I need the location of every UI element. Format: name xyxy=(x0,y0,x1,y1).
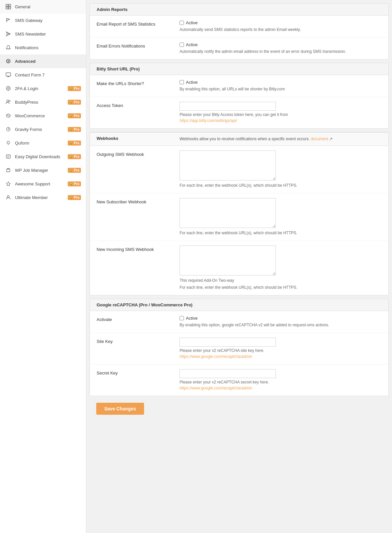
pro-badge: Pro xyxy=(68,181,81,186)
email-errors-desc: Automatically notify the admin email add… xyxy=(180,49,382,54)
email-report-row: Email Report of SMS Statistics Active Au… xyxy=(90,16,388,38)
secret-key-desc: Please enter your v2 reCAPTCHA secret ke… xyxy=(180,379,382,391)
app-layout: General SMS Gateway SMS Newsletter Notif… xyxy=(0,0,392,533)
admin-reports-section: Admin Reports Email Report of SMS Statis… xyxy=(90,3,389,59)
new-subscriber-desc: For each line, enter the webhook URL(s),… xyxy=(180,230,382,236)
sidebar-item-2fa[interactable]: 2FA & Login Pro xyxy=(0,82,86,95)
admin-reports-header: Admin Reports xyxy=(90,4,388,16)
pro-badge: Pro xyxy=(68,127,81,132)
access-token-label: Access Token xyxy=(97,102,180,108)
sidebar-item-sms-newsletter[interactable]: SMS Newsletter xyxy=(0,27,86,41)
sidebar-item-label: SMS Newsletter xyxy=(15,32,81,37)
email-report-control: Active Automatically send SMS statistics… xyxy=(180,20,382,33)
site-key-link[interactable]: https://www.google.com/recaptcha/admin xyxy=(180,354,252,359)
sidebar-item-label: Contact Form 7 xyxy=(15,72,81,77)
sidebar-item-awesome-support[interactable]: Awesome Support Pro xyxy=(0,177,86,191)
site-key-row: Site Key Please enter your v2 reCAPTCHA … xyxy=(90,333,388,365)
bell-icon xyxy=(5,44,12,51)
sidebar-item-label: Gravity Forms xyxy=(15,127,68,132)
new-subscriber-row: New Subscriber Webhook For each line, en… xyxy=(90,193,388,241)
monitor-icon xyxy=(5,71,12,78)
wp-icon xyxy=(5,85,12,92)
new-incoming-label: New Incoming SMS Webhook xyxy=(97,246,180,252)
secret-key-input[interactable] xyxy=(180,369,276,378)
sidebar-item-quform[interactable]: Quform Pro xyxy=(0,136,86,150)
sidebar-item-advanced[interactable]: Advanced xyxy=(0,54,86,68)
recaptcha-section: Google reCAPTCHA (Pro / WooCommerce Pro)… xyxy=(90,299,389,396)
svg-rect-2 xyxy=(6,7,8,9)
new-incoming-textarea[interactable] xyxy=(180,246,276,275)
activate-row: Activate Active By enabling this option,… xyxy=(90,311,388,333)
pro-badge: Pro xyxy=(68,168,81,173)
site-key-desc: Please enter your v2 reCAPTCHA site key … xyxy=(180,348,382,360)
sidebar-item-label: Awesome Support xyxy=(15,181,68,186)
settings-icon xyxy=(5,58,12,64)
site-key-control: Please enter your v2 reCAPTCHA site key … xyxy=(180,338,382,360)
svg-point-12 xyxy=(9,100,10,102)
svg-rect-18 xyxy=(7,169,10,172)
pro-badge: Pro xyxy=(68,86,81,91)
new-incoming-control: This required Add-On Two-way For each li… xyxy=(180,246,382,290)
access-token-input[interactable] xyxy=(180,102,276,111)
sidebar-item-general[interactable]: General xyxy=(0,0,86,14)
activate-control: Active By enabling this option, google r… xyxy=(180,316,382,328)
make-shorter-control: Active By enabling this option, all URLs… xyxy=(180,80,382,92)
svg-point-6 xyxy=(8,60,9,62)
email-errors-label: Email Errors Notifications xyxy=(97,42,180,49)
sidebar-item-sms-gateway[interactable]: SMS Gateway xyxy=(0,14,86,27)
grid-icon xyxy=(5,3,12,10)
wpjob-icon xyxy=(5,167,12,173)
make-shorter-desc: By enabling this option, all URLs will b… xyxy=(180,86,382,92)
gravity-icon xyxy=(5,126,12,133)
new-subscriber-label: New Subscriber Webhook xyxy=(97,198,180,204)
sidebar-item-label: General xyxy=(15,4,81,9)
sidebar-item-wp-job[interactable]: WP Job Manager Pro xyxy=(0,163,86,177)
make-shorter-checkbox[interactable] xyxy=(180,80,184,84)
save-changes-button[interactable]: Save Changes xyxy=(96,403,144,415)
bitly-header: Bitly Short URL (Pro) xyxy=(90,63,388,75)
new-incoming-desc1: This required Add-On Two-way xyxy=(180,277,382,283)
svg-rect-7 xyxy=(6,73,11,76)
email-errors-checkbox[interactable] xyxy=(180,43,184,47)
site-key-input[interactable] xyxy=(180,338,276,347)
secret-key-row: Secret Key Please enter your v2 reCAPTCH… xyxy=(90,365,388,396)
sidebar-item-ultimate-member[interactable]: Ultimate Member Pro xyxy=(0,191,86,204)
sidebar-item-buddypress[interactable]: BuddyPress Pro xyxy=(0,95,86,109)
access-token-desc: Please enter your Bitly Access token her… xyxy=(180,112,382,124)
sidebar-item-woocommerce[interactable]: WooCommerce Pro xyxy=(0,109,86,123)
webhooks-doc-link[interactable]: document xyxy=(311,137,328,141)
outgoing-sms-textarea[interactable] xyxy=(180,151,276,180)
pro-badge: Pro xyxy=(68,141,81,146)
sidebar-item-notifications[interactable]: Notifications xyxy=(0,41,86,54)
pro-badge: Pro xyxy=(68,195,81,200)
sidebar-item-label: BuddyPress xyxy=(15,100,68,105)
secret-key-control: Please enter your v2 reCAPTCHA secret ke… xyxy=(180,369,382,391)
access-token-link[interactable]: https://app.bitly.com/settings/api/ xyxy=(180,118,237,123)
sidebar-item-label: 2FA & Login xyxy=(15,86,68,91)
sidebar: General SMS Gateway SMS Newsletter Notif… xyxy=(0,0,86,533)
pro-badge: Pro xyxy=(68,100,81,105)
secret-key-link[interactable]: https://www.google.com/recaptcha/admin xyxy=(180,386,252,390)
outgoing-sms-row: Outgoing SMS Webhook For each line, ente… xyxy=(90,146,388,193)
make-shorter-row: Make the URLs Shorter? Active By enablin… xyxy=(90,75,388,97)
webhooks-section: Webhooks Webhooks allow you to receive n… xyxy=(90,132,389,295)
sidebar-item-easy-digital[interactable]: Easy Digital Downloads Pro xyxy=(0,150,86,163)
svg-rect-0 xyxy=(6,4,8,6)
outgoing-sms-control: For each line, enter the webhook URL(s),… xyxy=(180,151,382,188)
svg-rect-17 xyxy=(6,155,10,158)
ultimate-icon xyxy=(5,194,12,201)
activate-desc: By enabling this option, google reCAPTCH… xyxy=(180,322,382,328)
email-report-checkbox[interactable] xyxy=(180,21,184,25)
new-subscriber-textarea[interactable] xyxy=(180,198,276,228)
quform-icon xyxy=(5,140,12,146)
sidebar-item-label: Notifications xyxy=(15,45,81,50)
activate-checkbox[interactable] xyxy=(180,316,184,320)
new-incoming-desc2: For each line, enter the webhook URL(s),… xyxy=(180,284,382,290)
sidebar-item-contact-form[interactable]: Contact Form 7 xyxy=(0,68,86,82)
save-bar: Save Changes xyxy=(90,396,389,421)
svg-rect-1 xyxy=(9,4,11,6)
webhooks-header: Webhooks Webhooks allow you to receive n… xyxy=(90,132,388,146)
sidebar-item-gravity-forms[interactable]: Gravity Forms Pro xyxy=(0,123,86,136)
new-incoming-row: New Incoming SMS Webhook This required A… xyxy=(90,241,388,295)
buddypress-icon xyxy=(5,99,12,105)
